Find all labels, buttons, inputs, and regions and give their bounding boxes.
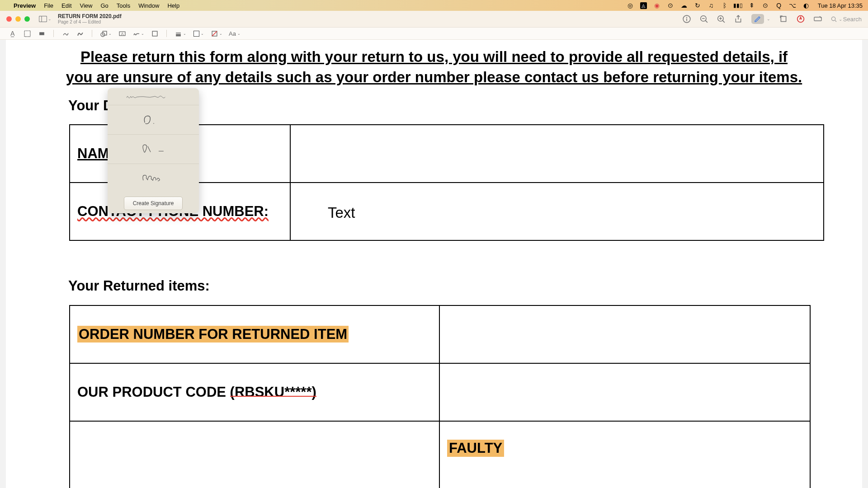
svg-rect-4: [686, 19, 687, 21]
menu-file[interactable]: File: [44, 2, 53, 9]
returned-items-table: ORDER NUMBER FOR RETURNED ITEM OUR PRODU…: [69, 305, 811, 488]
text-selection-tool[interactable]: A̲: [6, 29, 19, 38]
annotate-icon[interactable]: [797, 15, 805, 23]
app-name[interactable]: Preview: [14, 2, 36, 9]
traffic-lights: [6, 16, 30, 22]
redact-tool[interactable]: [35, 29, 48, 38]
svg-line-6: [705, 20, 708, 23]
draw-tool[interactable]: [74, 29, 86, 38]
app-icon-1[interactable]: ◬: [640, 2, 647, 9]
svg-rect-12: [781, 16, 786, 21]
table-row: OUR PRODUCT CODE (RBSKU*****): [70, 363, 810, 421]
info-icon[interactable]: [683, 15, 691, 23]
rotate-icon[interactable]: [779, 15, 788, 23]
divider: [53, 30, 54, 37]
signature-option-2[interactable]: [108, 105, 199, 135]
signature-option-1[interactable]: [108, 88, 199, 105]
rect-selection-tool[interactable]: [21, 29, 33, 38]
table-row: FAULTY: [70, 421, 810, 488]
menu-edit[interactable]: Edit: [61, 2, 71, 9]
sign-tool[interactable]: ⌄: [130, 29, 146, 38]
sidebar-toggle-button[interactable]: ⌄: [39, 16, 52, 22]
search-placeholder: Search: [843, 16, 862, 23]
menu-tools[interactable]: Tools: [117, 2, 130, 9]
menu-help[interactable]: Help: [167, 2, 179, 9]
zoom-out-icon[interactable]: [700, 15, 708, 23]
signature-option-4[interactable]: [108, 164, 199, 193]
sketch-tool[interactable]: [59, 29, 72, 38]
product-code-label: OUR PRODUCT CODE (RBSKU*****): [77, 384, 316, 400]
preview-window: ⌄ RETURN FORM 2020.pdf Page 2 of 4 — Edi…: [0, 11, 868, 488]
record-icon[interactable]: ⊙: [667, 2, 674, 9]
order-number-label: ORDER NUMBER FOR RETURNED ITEM: [77, 326, 349, 343]
svg-rect-14: [814, 17, 821, 21]
menubar-left: Preview File Edit View Go Tools Window H…: [5, 2, 179, 9]
cloud-icon[interactable]: ☁: [680, 2, 688, 9]
titlebar-right-tools: ⌄ ⌄ Search: [683, 14, 862, 24]
shape-style-tool[interactable]: ⌄: [172, 29, 189, 38]
macos-menubar: Preview File Edit View Go Tools Window H…: [0, 0, 868, 11]
title-info: RETURN FORM 2020.pdf Page 2 of 4 — Edite…: [58, 13, 122, 25]
markup-toolbar: A̲ ⌄ A ⌄ ⌄ ⌄ ⌄ Aa⌄: [0, 28, 868, 40]
share-icon[interactable]: [734, 15, 742, 23]
maximize-button[interactable]: [24, 16, 30, 22]
bluetooth-icon[interactable]: ᛒ: [721, 2, 728, 9]
spotlight-icon[interactable]: ⊙: [762, 2, 769, 9]
svg-rect-23: [152, 31, 157, 36]
document-area[interactable]: Please return this form along with your …: [0, 40, 868, 488]
order-number-value-cell[interactable]: [439, 305, 810, 363]
siri-icon[interactable]: Q: [775, 2, 783, 9]
fill-color-tool[interactable]: ⌄: [208, 29, 225, 38]
text-tool[interactable]: A: [116, 29, 128, 38]
svg-rect-17: [24, 31, 30, 37]
menu-window[interactable]: Window: [138, 2, 159, 9]
document-subtitle: Page 2 of 4 — Edited: [58, 19, 122, 25]
text-annotation[interactable]: Text: [328, 204, 355, 221]
svg-point-15: [831, 17, 835, 20]
search-field[interactable]: ⌄ Search: [831, 16, 862, 23]
menu-view[interactable]: View: [80, 2, 93, 9]
markup-dropdown-chevron-icon[interactable]: ⌄: [767, 17, 770, 21]
product-code-value-cell[interactable]: [439, 363, 810, 421]
svg-line-16: [835, 20, 836, 22]
battery-icon[interactable]: ▮▮▯: [735, 2, 742, 9]
reason-value-cell[interactable]: FAULTY: [439, 421, 810, 488]
divider: [92, 30, 92, 37]
menu-go[interactable]: Go: [100, 2, 108, 9]
faulty-label: FAULTY: [447, 440, 504, 457]
control-center-icon[interactable]: ⌥: [789, 2, 796, 9]
divider: [166, 30, 167, 37]
airdrop-icon[interactable]: ◎: [627, 2, 634, 9]
markup-toggle-button[interactable]: [751, 14, 764, 24]
note-tool[interactable]: [148, 29, 161, 38]
form-fill-icon[interactable]: [814, 15, 822, 23]
signature-popover: Create Signature: [108, 88, 199, 213]
app-icon-2[interactable]: ◉: [653, 2, 660, 9]
section-returned-title: Your Returned items:: [68, 278, 210, 294]
text-style-tool[interactable]: Aa⌄: [226, 29, 243, 38]
heading-text: Please return this form along with your …: [6, 47, 862, 87]
contact-value-cell[interactable]: [290, 183, 824, 240]
close-button[interactable]: [6, 16, 12, 22]
svg-text:A: A: [121, 31, 123, 36]
clock-icon[interactable]: ↻: [694, 2, 701, 9]
headphones-icon[interactable]: ♫: [708, 2, 715, 9]
minimize-button[interactable]: [15, 16, 21, 22]
datetime[interactable]: Tue 18 Apr 13:35: [818, 2, 863, 9]
document-title: RETURN FORM 2020.pdf: [58, 13, 122, 19]
wifi-icon[interactable]: ⇞: [748, 2, 755, 9]
menubar-right: ◎ ◬ ◉ ⊙ ☁ ↻ ♫ ᛒ ▮▮▯ ⇞ ⊙ Q ⌥ ◐ Tue 18 Apr…: [627, 2, 863, 9]
zoom-in-icon[interactable]: [717, 15, 725, 23]
svg-line-28: [212, 31, 217, 36]
create-signature-button[interactable]: Create Signature: [124, 197, 183, 210]
border-color-tool[interactable]: ⌄: [190, 29, 207, 38]
shapes-tool[interactable]: ⌄: [98, 29, 114, 38]
signature-option-3[interactable]: [108, 135, 199, 164]
window-titlebar: ⌄ RETURN FORM 2020.pdf Page 2 of 4 — Edi…: [0, 11, 868, 28]
svg-line-9: [722, 20, 725, 23]
svg-rect-18: [39, 32, 44, 35]
name-value-cell[interactable]: [290, 125, 824, 183]
table-row: ORDER NUMBER FOR RETURNED ITEM: [70, 305, 810, 363]
reason-label-cell[interactable]: [70, 421, 439, 488]
notification-icon[interactable]: ◐: [802, 2, 810, 9]
